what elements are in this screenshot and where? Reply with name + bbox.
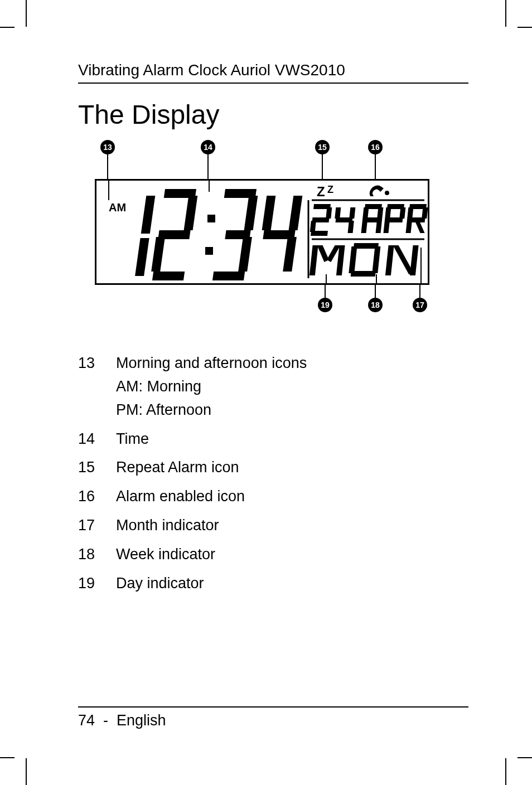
legend-item: 18 Week indicator	[78, 543, 468, 566]
display-diagram: 13 14 15 16 19 18 17 AM	[95, 140, 429, 318]
legend-item: 19 Day indicator	[78, 572, 468, 595]
svg-rect-15	[212, 272, 245, 280]
svg-rect-38	[364, 217, 381, 222]
legend-desc: Alarm enabled icon	[116, 485, 468, 508]
crop-mark	[518, 27, 532, 28]
callout-14: 14	[201, 140, 215, 154]
legend-list: 13 Morning and afternoon icons AM: Morni…	[78, 352, 468, 595]
running-head: Vibrating Alarm Clock Auriol VWS2010	[78, 61, 468, 84]
svg-point-23	[385, 191, 389, 195]
legend-item: 17 Month indicator	[78, 514, 468, 537]
manual-page: Vibrating Alarm Clock Auriol VWS2010 The…	[0, 0, 532, 785]
legend-item: 14 Time	[78, 428, 468, 451]
svg-text:Z: Z	[327, 184, 333, 195]
svg-rect-53	[349, 246, 357, 273]
svg-marker-47	[414, 221, 426, 233]
callout-16: 16	[368, 140, 383, 154]
crop-mark	[0, 757, 14, 758]
svg-rect-55	[351, 271, 376, 277]
legend-item: 16 Alarm enabled icon	[78, 485, 468, 508]
svg-rect-32	[349, 207, 355, 219]
callout-19: 19	[318, 298, 332, 312]
svg-rect-34	[348, 221, 354, 233]
callout-15: 15	[315, 140, 330, 154]
section-title: The Display	[78, 99, 468, 130]
svg-rect-9	[207, 215, 215, 222]
legend-desc: Repeat Alarm icon	[116, 456, 468, 479]
svg-rect-7	[151, 237, 165, 272]
legend-desc: Week indicator	[116, 543, 468, 566]
svg-rect-31	[335, 207, 341, 219]
crop-mark	[0, 27, 14, 28]
footer-sep: -	[103, 712, 108, 729]
svg-rect-2	[141, 196, 156, 234]
legend-desc: Morning and afternoon icons AM: Morning …	[116, 352, 468, 422]
legend-num: 15	[78, 456, 100, 479]
svg-rect-29	[310, 221, 316, 232]
svg-rect-42	[386, 217, 403, 222]
bell-icon	[370, 185, 389, 196]
svg-rect-12	[244, 196, 258, 230]
snooze-icon: Z Z	[317, 184, 333, 199]
crop-mark	[505, 758, 506, 785]
svg-rect-3	[135, 238, 149, 276]
svg-rect-54	[372, 246, 380, 273]
svg-text:Z: Z	[317, 184, 325, 199]
svg-rect-16	[262, 196, 276, 230]
crop-mark	[518, 757, 532, 758]
svg-rect-56	[385, 245, 394, 275]
time-digits	[135, 189, 302, 280]
callout-17: 17	[413, 298, 427, 312]
content-area: Vibrating Alarm Clock Auriol VWS2010 The…	[78, 61, 468, 601]
callout-18: 18	[368, 298, 383, 312]
crop-mark	[26, 0, 27, 27]
legend-num: 18	[78, 543, 100, 566]
date-row	[309, 204, 428, 236]
weekday-row	[309, 243, 419, 277]
legend-num: 16	[78, 485, 100, 508]
svg-rect-30	[311, 231, 328, 236]
lcd-frame: AM	[95, 179, 429, 285]
svg-rect-5	[184, 196, 198, 230]
legend-desc: Month indicator	[116, 514, 468, 537]
crop-mark	[26, 758, 27, 785]
svg-rect-48	[309, 245, 318, 275]
footer-lang: English	[117, 712, 166, 729]
callout-13: 13	[100, 140, 115, 154]
legend-num: 19	[78, 572, 100, 595]
crop-mark	[505, 0, 506, 27]
page-footer: 74 - English	[78, 706, 468, 729]
legend-num: 14	[78, 428, 100, 451]
legend-desc: Time	[116, 428, 468, 451]
legend-num: 17	[78, 514, 100, 537]
svg-rect-10	[205, 247, 213, 255]
legend-num: 13	[78, 352, 100, 422]
legend-desc: Day indicator	[116, 572, 468, 595]
lcd-svg: AM	[96, 181, 428, 283]
legend-item: 15 Repeat Alarm icon	[78, 456, 468, 479]
legend-item: 13 Morning and afternoon icons AM: Morni…	[78, 352, 468, 422]
am-label: AM	[109, 201, 126, 214]
svg-rect-17	[289, 196, 303, 230]
svg-rect-14	[238, 237, 252, 272]
svg-rect-8	[152, 272, 185, 280]
svg-rect-19	[283, 237, 297, 272]
page-number: 74	[78, 712, 95, 729]
